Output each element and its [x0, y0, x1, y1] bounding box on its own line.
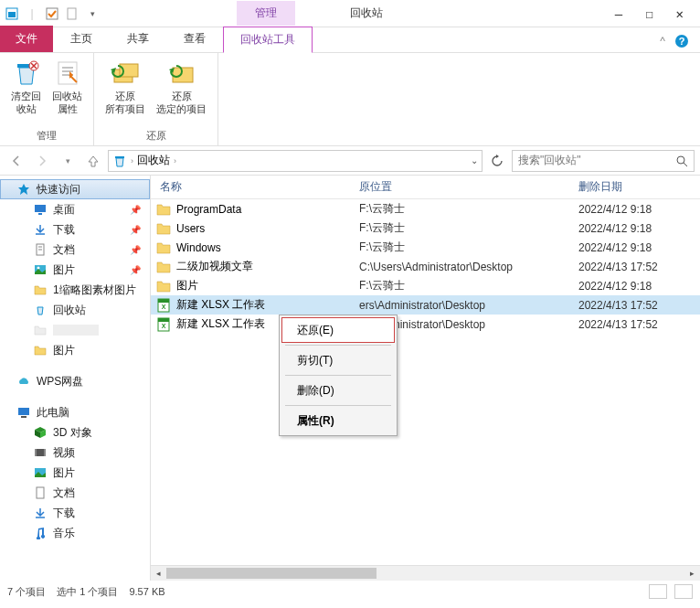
sidebar-label: 快速访问 [37, 182, 80, 197]
tab-file[interactable]: 文件 [0, 26, 53, 52]
search-box[interactable]: 搜索"回收站" [512, 150, 695, 172]
search-placeholder: 搜索"回收站" [518, 153, 581, 168]
svg-text:X: X [162, 323, 166, 329]
close-button[interactable]: ✕ [676, 6, 684, 21]
dropdown-icon[interactable]: ⌄ [471, 155, 478, 165]
header-name[interactable]: 名称 [151, 179, 359, 195]
window-controls: — ☐ ✕ [615, 6, 700, 21]
sidebar-recycle[interactable]: 回收站 [0, 300, 150, 320]
tab-recycle-tools[interactable]: 回收站工具 [223, 27, 313, 53]
sidebar-quick-access[interactable]: 快速访问 [0, 179, 150, 199]
table-row[interactable]: WindowsF:\云骑士2022/4/12 9:18 [151, 238, 700, 257]
table-row[interactable]: X新建 XLSX 工作表ers\Administrator\Desktop202… [151, 295, 700, 315]
view-icons-button[interactable] [674, 584, 693, 599]
folder-icon [33, 283, 48, 297]
document-icon [33, 242, 48, 257]
restore-selected-label: 还原 选定的项目 [156, 90, 207, 115]
original-location: F:\云骑士 [359, 240, 578, 255]
svg-rect-3 [68, 8, 76, 19]
context-properties[interactable]: 属性(R) [281, 408, 395, 433]
tab-view[interactable]: 查看 [166, 26, 223, 52]
minimize-button[interactable]: — [615, 6, 622, 21]
table-row[interactable]: 二级加视频文章C:\Users\Administrator\Desktop202… [151, 257, 700, 276]
empty-recycle-bin-button[interactable]: 清空回 收站 [5, 57, 47, 126]
original-location: F:\云骑士 [359, 278, 578, 293]
original-location: ers\Administrator\Desktop [359, 299, 578, 312]
scroll-thumb[interactable] [166, 568, 377, 579]
context-delete[interactable]: 删除(D) [281, 378, 395, 403]
separator: | [25, 6, 39, 21]
sidebar-music[interactable]: 音乐 [0, 523, 150, 543]
music-icon [33, 526, 48, 540]
header-delete-date[interactable]: 删除日期 [578, 179, 700, 195]
chevron-right-icon[interactable]: › [131, 156, 133, 165]
sidebar-3d[interactable]: 3D 对象 [0, 422, 150, 443]
context-restore[interactable]: 还原(E) [281, 317, 395, 343]
up-button[interactable] [82, 150, 104, 172]
horizontal-scrollbar[interactable]: ◂ ▸ [151, 565, 700, 581]
pin-icon: 📌 [130, 265, 141, 275]
context-cut[interactable]: 剪切(T) [281, 347, 395, 373]
sidebar-wps[interactable]: WPS网盘 [0, 371, 150, 391]
sidebar-thumbnails[interactable]: 1缩略图素材图片 [0, 280, 150, 300]
star-icon [16, 182, 31, 197]
svg-rect-1 [8, 12, 16, 17]
sidebar: 快速访问 桌面 📌 下载 📌 文档 📌 图片 📌 1缩略图素材图片 [0, 176, 151, 581]
chevron-right-icon[interactable]: › [174, 156, 176, 165]
sidebar-label: 文档 [53, 242, 75, 258]
table-row[interactable]: UsersF:\云骑士2022/4/12 9:18 [151, 219, 700, 238]
recycle-bin-properties-button[interactable]: 回收站 属性 [47, 57, 88, 126]
maximize-button[interactable]: ☐ [645, 6, 652, 21]
status-bar: 7 个项目 选中 1 个项目 9.57 KB [0, 581, 700, 603]
help-icon[interactable]: ? [674, 34, 689, 48]
checkbox-icon[interactable] [45, 6, 59, 21]
restore-all-button[interactable]: 还原 所有项目 [100, 57, 151, 126]
sidebar-pictures[interactable]: 图片 📌 [0, 260, 150, 280]
table-row[interactable]: ProgramDataF:\云骑士2022/4/12 9:18 [151, 199, 700, 219]
sidebar-downloads[interactable]: 下载 📌 [0, 219, 150, 240]
svg-rect-27 [21, 416, 27, 418]
sidebar-documents[interactable]: 文档 📌 [0, 240, 150, 260]
delete-date: 2022/4/12 9:18 [578, 222, 700, 235]
breadcrumb[interactable]: › 回收站 › ⌄ [108, 150, 483, 172]
breadcrumb-location[interactable]: 回收站 [137, 153, 170, 168]
sidebar-docs2[interactable]: 文档 [0, 483, 150, 503]
dropdown-icon[interactable]: ▾ [85, 6, 100, 21]
refresh-button[interactable] [486, 150, 508, 172]
cloud-icon [16, 374, 31, 389]
view-details-button[interactable] [649, 584, 667, 599]
collapse-ribbon-icon[interactable]: ^ [660, 35, 665, 48]
table-row[interactable]: X新建 XLSX 工作表ers\Administrator\Desktop202… [151, 315, 700, 334]
tab-header-recycle: 回收站 [332, 1, 401, 26]
new-icon[interactable] [65, 6, 80, 21]
header-original-location[interactable]: 原位置 [359, 179, 578, 195]
sidebar-downloads2[interactable]: 下载 [0, 503, 150, 523]
forward-button[interactable] [31, 150, 53, 172]
sidebar-label: 3D 对象 [53, 425, 92, 441]
sidebar-pictures3[interactable]: 图片 [0, 463, 150, 483]
scroll-left-icon[interactable]: ◂ [151, 566, 166, 581]
file-name: ProgramData [176, 203, 241, 216]
restore-selected-button[interactable]: 还原 选定的项目 [151, 57, 212, 126]
recent-locations-button[interactable]: ▾ [57, 150, 79, 172]
table-row[interactable]: 图片F:\云骑士2022/4/12 9:18 [151, 276, 700, 295]
sidebar-blank[interactable] [0, 320, 150, 340]
back-button[interactable] [5, 150, 27, 172]
sidebar-this-pc[interactable]: 此电脑 [0, 402, 150, 422]
tab-home[interactable]: 主页 [53, 26, 110, 52]
sidebar-video[interactable]: 视频 [0, 443, 150, 463]
scroll-right-icon[interactable]: ▸ [684, 566, 700, 581]
ribbon-help: ^ ? [660, 34, 700, 52]
delete-date: 2022/4/13 17:52 [578, 261, 700, 273]
search-icon[interactable] [675, 155, 688, 167]
sidebar-pictures2[interactable]: 图片 [0, 340, 150, 360]
sidebar-desktop[interactable]: 桌面 📌 [0, 199, 150, 219]
cube-icon [33, 425, 48, 440]
tab-share[interactable]: 共享 [110, 26, 166, 52]
scroll-track[interactable] [166, 566, 684, 581]
folder-icon [156, 221, 171, 236]
folder-icon [156, 279, 171, 293]
xlsx-icon: X [156, 317, 171, 332]
tab-header-manage[interactable]: 管理 [237, 1, 295, 26]
ribbon-tabs: 文件 主页 共享 查看 回收站工具 ^ ? [0, 27, 700, 53]
